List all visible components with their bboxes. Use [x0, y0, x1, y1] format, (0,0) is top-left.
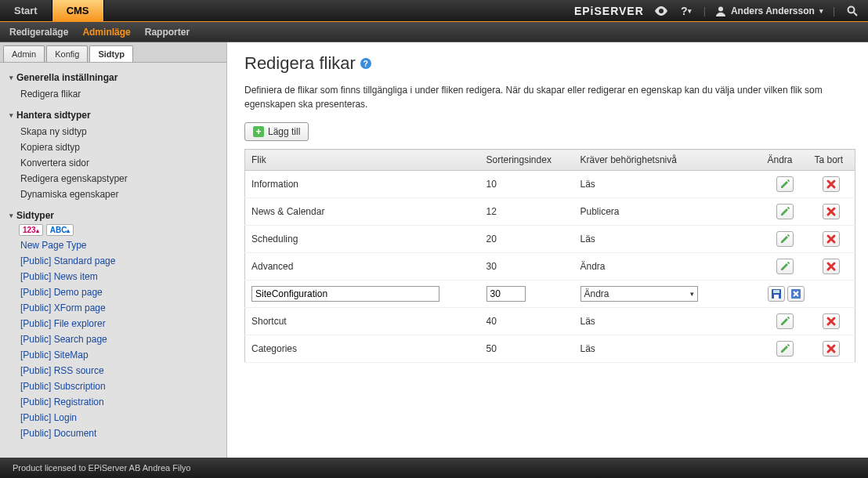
- table-row: Information10Läs: [245, 171, 855, 198]
- user-name: Anders Andersson: [731, 5, 815, 16]
- tree-item[interactable]: [Public] Standard page: [6, 253, 226, 269]
- mode-bar: Redigeraläge Adminläge Rapporter: [0, 22, 868, 42]
- cell-perm: Läs: [574, 226, 761, 253]
- tree-item[interactable]: [Public] Registration: [6, 394, 226, 410]
- tree-group-pagetypes[interactable]: ▾Sidtyper: [6, 207, 226, 224]
- tree-item[interactable]: Skapa ny sidtyp: [6, 124, 226, 139]
- tree-item[interactable]: [Public] Search page: [6, 331, 226, 347]
- cell-perm: Publicera: [574, 198, 761, 226]
- delete-button[interactable]: [823, 259, 840, 274]
- tree-group-manage[interactable]: ▾Hantera sidtyper: [6, 107, 226, 124]
- sort-index-input[interactable]: [486, 286, 526, 302]
- chevron-down-icon: ▾: [9, 111, 13, 119]
- content-panel: Redigera flikar ? Definiera de flikar so…: [227, 42, 868, 458]
- table-row: Scheduling20Läs: [245, 226, 855, 253]
- tree-item[interactable]: [Public] RSS source: [6, 363, 226, 378]
- mode-admin[interactable]: Adminläge: [82, 27, 130, 38]
- tree-item[interactable]: [Public] File explorer: [6, 316, 226, 331]
- delete-button[interactable]: [823, 176, 840, 192]
- help-icon[interactable]: ? ▾: [678, 3, 694, 19]
- tree-item[interactable]: [Public] Demo page: [6, 284, 226, 300]
- chevron-down-icon: ▾: [9, 212, 13, 219]
- edit-button[interactable]: [776, 176, 794, 192]
- plus-icon: +: [253, 126, 264, 137]
- column-header-perm[interactable]: Kräver behörighetsnivå: [574, 150, 761, 171]
- tree-item[interactable]: Dynamiska egenskaper: [6, 186, 226, 202]
- cell-sort: 12: [480, 198, 574, 226]
- svg-point-0: [718, 6, 723, 11]
- page-description: Definiera de flikar som finns tillgängli…: [244, 83, 851, 111]
- mode-reports[interactable]: Rapporter: [145, 27, 190, 38]
- table-row: Shortcut40Läs: [245, 308, 855, 335]
- sidebar-tab-admin[interactable]: Admin: [3, 45, 45, 62]
- user-icon: [715, 5, 726, 16]
- column-header-sort[interactable]: Sorteringsindex: [480, 150, 574, 171]
- cell-perm: Läs: [574, 171, 761, 198]
- mode-edit[interactable]: Redigeraläge: [9, 27, 68, 38]
- cell-perm: Läs: [574, 308, 761, 335]
- tree-item[interactable]: [Public] Document: [6, 425, 226, 441]
- tree-group-general[interactable]: ▾Generella inställningar: [6, 69, 226, 86]
- edit-button[interactable]: [776, 231, 794, 247]
- cell-tab: Shortcut: [245, 308, 480, 335]
- delete-button[interactable]: [823, 204, 840, 219]
- sort-numeric-button[interactable]: 123▴: [19, 224, 43, 236]
- chevron-down-icon: ▾: [819, 7, 823, 15]
- top-tabs: Start CMS: [0, 0, 104, 21]
- tree-item[interactable]: Kopiera sidtyp: [6, 139, 226, 155]
- svg-rect-5: [774, 295, 779, 299]
- table-row: News & Calendar12Publicera: [245, 198, 855, 226]
- table-row: Categories50Läs: [245, 335, 855, 363]
- cell-sort: 40: [480, 308, 574, 335]
- delete-button[interactable]: [823, 313, 840, 329]
- sidebar: Admin Konfig Sidtyp ▾Generella inställni…: [0, 42, 227, 458]
- sidebar-tab-pagetype[interactable]: Sidtyp: [89, 45, 133, 62]
- tree-item[interactable]: [Public] News item: [6, 269, 226, 284]
- svg-rect-4: [773, 290, 779, 293]
- search-icon[interactable]: [844, 3, 860, 19]
- table-row: Ändra▾: [245, 281, 855, 308]
- svg-point-1: [848, 6, 855, 13]
- cell-tab: Categories: [245, 335, 480, 363]
- footer: Product licensed to EPiServer AB Andrea …: [0, 458, 868, 478]
- edit-button[interactable]: [776, 204, 794, 219]
- column-header-tab[interactable]: Flik: [245, 150, 480, 171]
- svg-line-2: [854, 13, 857, 16]
- edit-button[interactable]: [776, 341, 794, 357]
- tab-name-input[interactable]: [251, 286, 439, 302]
- tree-item[interactable]: Redigera egenskapstyper: [6, 171, 226, 186]
- delete-button[interactable]: [823, 341, 840, 357]
- cell-tab: Scheduling: [245, 226, 480, 253]
- cell-perm: Läs: [574, 335, 761, 363]
- delete-button[interactable]: [823, 231, 840, 247]
- column-header-edit[interactable]: Ändra: [761, 150, 808, 171]
- add-button[interactable]: + Lägg till: [244, 122, 309, 141]
- sort-alpha-button[interactable]: ABC▴: [46, 224, 74, 236]
- sidebar-tab-config[interactable]: Konfig: [46, 45, 88, 62]
- edit-button[interactable]: [776, 313, 794, 329]
- edit-button[interactable]: [776, 259, 794, 274]
- column-header-delete[interactable]: Ta bort: [808, 150, 855, 171]
- tree-item-edit-tabs[interactable]: Redigera flikar: [6, 86, 226, 102]
- permission-select[interactable]: Ändra▾: [580, 286, 698, 302]
- tree-item[interactable]: [Public] Subscription: [6, 378, 226, 394]
- table-row: Advanced30Ändra: [245, 253, 855, 281]
- top-tab-cms[interactable]: CMS: [52, 0, 104, 21]
- top-tab-start[interactable]: Start: [0, 0, 52, 21]
- user-menu[interactable]: Anders Andersson ▾: [715, 5, 823, 16]
- cell-sort: 20: [480, 226, 574, 253]
- tree-item[interactable]: Konvertera sidor: [6, 155, 226, 171]
- cell-tab: News & Calendar: [245, 198, 480, 226]
- help-icon[interactable]: ?: [360, 58, 371, 69]
- tree-item[interactable]: [Public] SiteMap: [6, 347, 226, 363]
- cancel-button[interactable]: [787, 286, 805, 302]
- tree-item[interactable]: [Public] XForm page: [6, 300, 226, 316]
- cell-perm: Ändra: [574, 253, 761, 281]
- visibility-icon[interactable]: [653, 3, 669, 19]
- tree-item[interactable]: New Page Type: [6, 237, 226, 253]
- save-button[interactable]: [768, 286, 785, 302]
- chevron-down-icon: ▾: [9, 74, 13, 81]
- tree-item[interactable]: [Public] Login: [6, 410, 226, 425]
- page-title: Redigera flikar ?: [244, 53, 851, 74]
- brand-logo: EPiSERVER: [574, 5, 644, 17]
